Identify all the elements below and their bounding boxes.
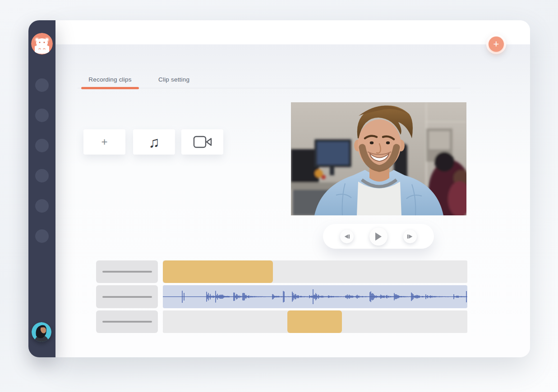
- drag-handle-line: [102, 296, 152, 298]
- drag-handle-line: [102, 271, 152, 273]
- plus-icon: +: [493, 37, 499, 51]
- timeline-clip-1-1[interactable]: [163, 260, 273, 283]
- step-backward-button[interactable]: [340, 230, 354, 243]
- add-button-ring: +: [486, 34, 506, 54]
- video-preview[interactable]: [291, 102, 466, 215]
- play-icon: [375, 232, 382, 241]
- tab-clip-setting[interactable]: Clip setting: [154, 71, 194, 88]
- track-drag-handle-3[interactable]: [96, 310, 158, 333]
- sidebar-menu-item-6[interactable]: [35, 229, 49, 243]
- tab-label: Clip setting: [158, 76, 189, 83]
- sidebar-menu-item-5[interactable]: [35, 199, 49, 213]
- track-lane-1[interactable]: [163, 260, 467, 283]
- timeline-row-2: [96, 285, 523, 308]
- track-lane-2[interactable]: [163, 285, 467, 308]
- add-video-button[interactable]: [181, 129, 223, 155]
- sidebar-menu-item-3[interactable]: [35, 139, 49, 152]
- sidebar-menu: [35, 78, 49, 243]
- play-button[interactable]: [369, 228, 387, 246]
- tab-label: Recording clips: [88, 76, 131, 83]
- track-drag-handle-1[interactable]: [96, 260, 158, 283]
- timeline-row-3: [96, 310, 523, 333]
- timeline-row-1: [96, 260, 523, 283]
- sidebar-menu-item-1[interactable]: [35, 78, 49, 92]
- playback-controls: [323, 224, 434, 249]
- user-avatar[interactable]: [32, 322, 51, 342]
- tab-bar: Recording clips Clip setting: [78, 71, 461, 88]
- page-background: + Recording clips Clip setting + ♫: [0, 0, 558, 392]
- drag-handle-line: [102, 321, 152, 323]
- timeline-clip-3-1[interactable]: [287, 310, 342, 333]
- plus-icon: +: [101, 136, 107, 148]
- audio-waveform-clip[interactable]: [163, 285, 467, 308]
- video-frame-image: [291, 102, 466, 215]
- add-button[interactable]: +: [489, 36, 504, 52]
- tab-recording-clips[interactable]: Recording clips: [81, 71, 139, 88]
- add-clip-button[interactable]: +: [83, 129, 125, 155]
- main-panel: + Recording clips Clip setting + ♫: [55, 20, 530, 357]
- add-music-button[interactable]: ♫: [133, 129, 175, 155]
- app-logo[interactable]: [31, 33, 53, 55]
- sidebar-menu-item-4[interactable]: [35, 169, 49, 182]
- sidebar-menu-item-2[interactable]: [35, 109, 49, 122]
- step-backward-icon: [343, 233, 350, 240]
- user-photo-icon: [32, 322, 51, 342]
- mascot-hippo-icon: [31, 33, 53, 55]
- step-forward-icon: [406, 233, 414, 240]
- sidebar: [28, 20, 55, 357]
- track-lane-3[interactable]: [163, 310, 467, 333]
- music-note-icon: ♫: [148, 135, 160, 150]
- step-forward-button[interactable]: [403, 230, 417, 243]
- track-drag-handle-2[interactable]: [96, 285, 158, 308]
- video-camera-icon: [193, 135, 212, 149]
